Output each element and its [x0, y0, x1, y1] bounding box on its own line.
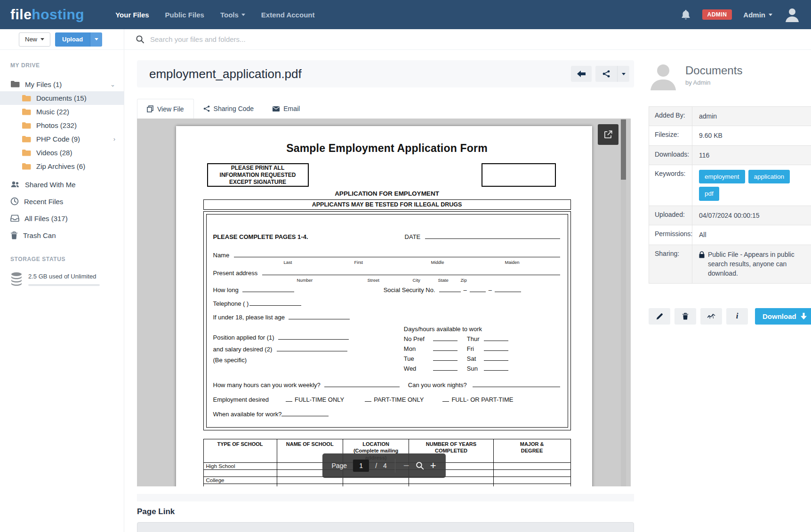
info-button[interactable]: i — [726, 308, 748, 325]
sidebar-item-all-files[interactable]: All Files (317) — [0, 210, 124, 227]
file-title-band: employment_application.pdf — [137, 60, 634, 87]
user-menu-label: Admin — [743, 11, 765, 19]
pdf-subtitle: APPLICATION FOR EMPLOYMENT — [203, 190, 571, 197]
zoom-out-button[interactable]: − — [403, 461, 410, 471]
folder-icon — [22, 135, 31, 143]
folder-icon — [22, 122, 31, 129]
sidebar-item-trash-can[interactable]: Trash Can — [0, 227, 124, 244]
share-button[interactable] — [595, 66, 617, 82]
folder-icon — [22, 108, 31, 116]
edit-button[interactable] — [649, 308, 670, 325]
nav-your-files[interactable]: Your Files — [115, 11, 149, 19]
new-button[interactable]: New — [19, 32, 50, 47]
search-input[interactable] — [150, 35, 433, 43]
tab-email[interactable]: Email — [263, 99, 309, 119]
database-icon — [10, 272, 23, 286]
pdf-ssn-label: Social Security No. — [384, 286, 435, 294]
pdf-sublabel: Street — [368, 278, 379, 283]
content-area: employment_application.pdf — [124, 50, 811, 532]
pdf-drug-notice: APPLICANTS MAY BE TESTED FOR ILLEGAL DRU… — [203, 199, 571, 210]
upload-button-label[interactable]: Upload — [55, 32, 90, 47]
nav-extend-account[interactable]: Extend Account — [261, 11, 315, 19]
sidebar-folder-photos[interactable]: Photos (232) — [0, 119, 124, 132]
chart-line-icon — [707, 313, 715, 319]
upload-dropdown-toggle[interactable] — [90, 32, 102, 47]
detail-label: Permissions: — [649, 225, 692, 244]
zoom-magnifier-button[interactable] — [416, 461, 424, 470]
sidebar-folder-videos[interactable]: Videos (28) — [0, 146, 124, 159]
avatar[interactable] — [784, 6, 801, 23]
pdf-date-label: DATE — [405, 233, 421, 240]
keyword-chip[interactable]: employment — [699, 170, 745, 184]
chevron-right-icon[interactable]: › — [113, 135, 115, 143]
sidebar-item-recent-files[interactable]: Recent Files — [0, 193, 124, 210]
edu-row-label: College — [203, 476, 277, 484]
pdf-sublabel: State — [438, 278, 449, 283]
detail-row-sharing: Sharing: Public File - Appears in public… — [649, 245, 811, 283]
lock-icon — [699, 251, 705, 258]
back-button[interactable] — [571, 66, 592, 82]
sidebar-folder-documents[interactable]: Documents (15) — [0, 91, 124, 105]
sidebar-item-my-files[interactable]: My Files (1) ⌄ — [0, 77, 124, 91]
toolbar-left: New Upload — [0, 32, 124, 47]
download-button[interactable]: Download — [755, 308, 811, 325]
pdf-sublabel: Number — [297, 278, 313, 283]
pdf-under18-label: If under 18, please list age — [213, 314, 285, 321]
pdf-ssn-dash: – — [464, 286, 467, 294]
pdf-sublabel: Zip — [461, 278, 467, 283]
sidebar-folder-zip-archives[interactable]: Zip Archives (6) — [0, 159, 124, 173]
pdf-day-label: Tue — [404, 355, 430, 362]
open-fullscreen-button[interactable] — [598, 124, 618, 145]
download-arrow-icon — [801, 313, 807, 320]
share-dropdown-button[interactable] — [617, 66, 629, 82]
pages-icon — [147, 105, 153, 112]
edu-row-label: High School — [203, 462, 277, 469]
storage-usage-text: 2.5 GB used of Unlimited — [28, 272, 100, 280]
viewer-scrollbar[interactable] — [621, 119, 626, 486]
viewer-scrollbar-thumb[interactable] — [621, 119, 626, 180]
delete-button[interactable] — [674, 308, 696, 325]
chevron-down-icon — [769, 14, 772, 16]
tab-view-file[interactable]: View File — [137, 99, 194, 119]
page-link-input[interactable] — [137, 522, 634, 532]
people-icon — [10, 181, 20, 188]
user-menu[interactable]: Admin — [743, 11, 772, 19]
zoom-in-button[interactable]: + — [430, 461, 436, 471]
nav-public-files[interactable]: Public Files — [165, 11, 204, 19]
my-drive-header: MY DRIVE — [0, 62, 124, 69]
statistics-button[interactable] — [700, 308, 722, 325]
page-link-heading: Page Link — [137, 507, 637, 516]
pdf-how-long-label: How long — [213, 286, 239, 294]
sidebar-item-shared-with-me[interactable]: Shared With Me — [0, 176, 124, 193]
page-title: employment_application.pdf — [149, 67, 302, 81]
file-details-table: Added By: admin Filesize: 9.60 KB Downlo… — [649, 106, 811, 284]
detail-value: 9.60 KB — [692, 126, 811, 145]
pdf-nights-label: Can you work nights? — [408, 381, 467, 389]
sidebar-item-label: Photos (232) — [36, 121, 77, 129]
admin-badge[interactable]: ADMIN — [702, 9, 732, 20]
tab-label: View File — [157, 105, 184, 113]
pdf-photo-box — [482, 163, 556, 187]
chevron-down-icon — [622, 73, 626, 75]
tab-sharing-code[interactable]: Sharing Code — [194, 99, 264, 119]
keyword-chip[interactable]: pdf — [699, 187, 719, 201]
folder-icon — [22, 149, 31, 157]
pdf-day-label: No Pref — [404, 335, 430, 342]
chevron-down-icon[interactable]: ⌄ — [110, 81, 115, 88]
app-logo[interactable]: filehosting — [10, 7, 84, 23]
pdf-when-available-label: When available for work? — [213, 411, 282, 418]
action-toolbar: New Upload — [0, 29, 811, 50]
pdf-day-label: Sat — [467, 355, 481, 362]
notifications-bell-icon[interactable] — [681, 9, 691, 20]
pdf-page-input[interactable] — [353, 460, 369, 472]
sidebar-folder-php-code[interactable]: PHP Code (9) › — [0, 132, 124, 146]
pdf-address-label: Present address — [213, 270, 258, 277]
magnifier-icon — [416, 461, 424, 470]
sidebar-item-label: Recent Files — [24, 198, 63, 206]
nav-tools[interactable]: Tools — [220, 11, 245, 19]
upload-split-button[interactable]: Upload — [55, 32, 102, 47]
detail-row-filesize: Filesize: 9.60 KB — [649, 126, 811, 145]
keyword-chip[interactable]: application — [748, 170, 790, 184]
sharing-text: Public File - Appears in public search r… — [708, 250, 809, 278]
sidebar-folder-music[interactable]: Music (22) — [0, 105, 124, 119]
